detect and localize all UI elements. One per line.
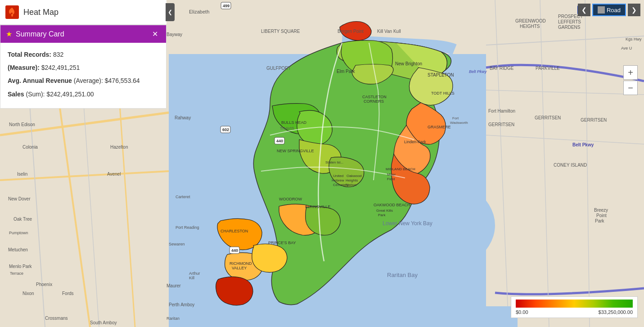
svg-text:Kgs Hwy: Kgs Hwy (626, 37, 642, 41)
svg-text:RICHMOND: RICHMOND (230, 261, 252, 266)
legend-gradient (516, 300, 633, 308)
svg-text:Breezy: Breezy (594, 208, 608, 213)
svg-text:Belt Pkwy: Belt Pkwy (572, 142, 594, 147)
svg-text:Arthur: Arthur (189, 271, 200, 276)
svg-text:South Amboy: South Amboy (90, 320, 117, 325)
svg-text:MIDLAND BEACH: MIDLAND BEACH (386, 167, 415, 171)
svg-text:CASTLETON: CASTLETON (362, 95, 387, 99)
svg-text:Fords: Fords (62, 291, 74, 296)
road-label: Road (607, 7, 621, 14)
svg-text:TODT HILLS: TODT HILLS (431, 91, 455, 95)
svg-rect-17 (203, 306, 518, 327)
zoom-in-button[interactable]: + (623, 65, 638, 80)
svg-text:Elizabeth: Elizabeth (189, 9, 209, 14)
sales-label: Sales (8, 91, 24, 98)
svg-text:North Edison: North Edison (9, 122, 35, 127)
sales-value: $242,491,251.00 (46, 91, 94, 98)
heatmap-title: Heat Map (23, 8, 59, 17)
svg-text:BULLS HEAD: BULLS HEAD (281, 120, 307, 125)
svg-text:NEW SPRINGVILLE: NEW SPRINGVILLE (277, 149, 314, 153)
avg-revenue-label: Avg. Annual Revenue (8, 77, 72, 84)
top-right-controls: ❮ Road ❯ (578, 4, 640, 16)
svg-text:Perth Amboy: Perth Amboy (169, 302, 194, 307)
heatmap-header: Heat Map ❮ (0, 0, 167, 25)
legend-min-label: $0.00 (516, 309, 528, 315)
svg-text:ELTINGVILLE: ELTINGVILLE (305, 204, 330, 209)
svg-text:HEIGHTS: HEIGHTS (520, 24, 540, 29)
svg-text:Menlo Park: Menlo Park (9, 264, 32, 269)
svg-text:602: 602 (222, 127, 229, 132)
svg-text:Bayway: Bayway (167, 32, 182, 37)
svg-text:Sewaren: Sewaren (169, 242, 185, 246)
summary-card-header: ★ Summary Card ✕ (0, 25, 166, 43)
legend-max-label: $33,250,000.00 (599, 309, 633, 315)
svg-text:GERRITSEN: GERRITSEN (581, 118, 607, 123)
svg-text:499: 499 (223, 4, 230, 8)
zoom-out-button[interactable]: − (623, 81, 638, 95)
svg-text:Kill: Kill (189, 276, 194, 280)
total-records-value: 832 (53, 51, 63, 58)
summary-card-body: Total Records: 832 (Measure): $242,491,2… (0, 43, 166, 108)
measure-row: (Measure): $242,491,251 (8, 62, 159, 73)
svg-text:Carteret: Carteret (176, 195, 190, 199)
svg-text:PRINCE'S BAY: PRINCE'S BAY (268, 241, 296, 245)
svg-text:440: 440 (231, 248, 238, 253)
map-container: Elizabeth Bayway LIBERTY SQUARE GULFPORT… (0, 0, 644, 327)
road-map-icon (598, 6, 605, 14)
svg-text:GREENWOOD: GREENWOOD (515, 18, 546, 23)
svg-text:Terrace: Terrace (10, 271, 23, 276)
svg-text:Oak Tree: Oak Tree (14, 217, 32, 222)
svg-text:GRASMERE: GRASMERE (428, 125, 451, 129)
svg-text:Ave U: Ave U (621, 46, 632, 50)
svg-text:Great Kills: Great Kills (376, 209, 393, 213)
svg-text:Elm Park: Elm Park (337, 69, 356, 74)
flame-icon (5, 5, 19, 19)
svg-text:Maurer: Maurer (167, 283, 181, 288)
star-icon: ★ (6, 30, 12, 38)
svg-text:Heights: Heights (346, 178, 358, 182)
svg-text:Iselin: Iselin (17, 172, 27, 177)
svg-text:Miller: Miller (387, 173, 396, 177)
svg-text:Raritan: Raritan (167, 316, 180, 321)
svg-text:Raritan Bay: Raritan Bay (387, 272, 418, 278)
svg-text:Colonia: Colonia (23, 145, 38, 150)
svg-text:Hazelton: Hazelton (110, 145, 128, 150)
svg-text:Rahway: Rahway (175, 115, 191, 120)
svg-text:New Dover: New Dover (8, 196, 31, 201)
svg-text:VALLEY: VALLEY (232, 266, 247, 270)
avg-revenue-sub: (Average): (74, 77, 103, 84)
svg-text:BAY RIDGE: BAY RIDGE (490, 66, 514, 71)
svg-text:United: United (333, 174, 343, 178)
svg-text:Wadsworth: Wadsworth (450, 121, 468, 125)
road-view-button[interactable]: Road (592, 4, 626, 16)
svg-text:New Brighton: New Brighton (395, 61, 422, 66)
svg-text:CHARLESTON: CHARLESTON (221, 229, 248, 233)
svg-text:Park: Park (595, 218, 605, 223)
left-panel: Heat Map ❮ ★ Summary Card ✕ Total Record… (0, 0, 167, 109)
total-records-label: Total Records: (8, 51, 51, 58)
sales-sub: (Sum): (26, 91, 45, 98)
avg-revenue-value: $476,553.64 (105, 77, 140, 84)
total-records-row: Total Records: 832 (8, 49, 159, 60)
nav-prev-button[interactable]: ❮ (578, 4, 590, 16)
svg-text:WOODROW: WOODROW (279, 197, 302, 201)
svg-text:Fort: Fort (452, 116, 459, 120)
svg-text:Fort Hamilton: Fort Hamilton (488, 109, 515, 114)
zoom-controls: + − (623, 65, 638, 95)
legend-labels: $0.00 $33,250,000.00 (516, 309, 633, 315)
svg-text:Station: Station (345, 183, 356, 187)
svg-text:Park: Park (378, 213, 386, 217)
summary-card-title: Summary Card (16, 30, 64, 38)
svg-text:Kill Van Kull: Kill Van Kull (377, 29, 401, 34)
svg-text:Staten Isl...: Staten Isl... (325, 160, 343, 164)
nav-next-button[interactable]: ❯ (628, 4, 640, 16)
svg-text:Field: Field (387, 177, 395, 181)
collapse-button[interactable]: ❮ (166, 3, 175, 21)
summary-card: ★ Summary Card ✕ Total Records: 832 (Mea… (0, 25, 167, 109)
avg-revenue-row: Avg. Annual Revenue (Average): $476,553.… (8, 75, 159, 86)
summary-card-close-button[interactable]: ✕ (149, 29, 161, 39)
svg-text:GARDENS: GARDENS (558, 25, 581, 30)
svg-text:CONEY ISLAND: CONEY ISLAND (554, 163, 587, 168)
svg-text:Pumptown: Pumptown (9, 231, 28, 235)
svg-text:GERRITSEN: GERRITSEN (535, 115, 561, 120)
